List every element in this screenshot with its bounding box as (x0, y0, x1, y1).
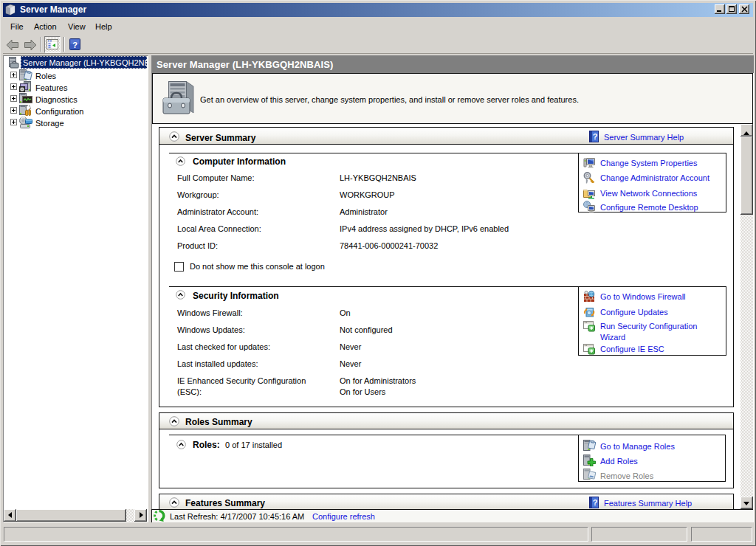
svg-text:?: ? (72, 41, 78, 49)
svg-text:?: ? (593, 498, 598, 507)
svg-text:?: ? (593, 132, 598, 141)
